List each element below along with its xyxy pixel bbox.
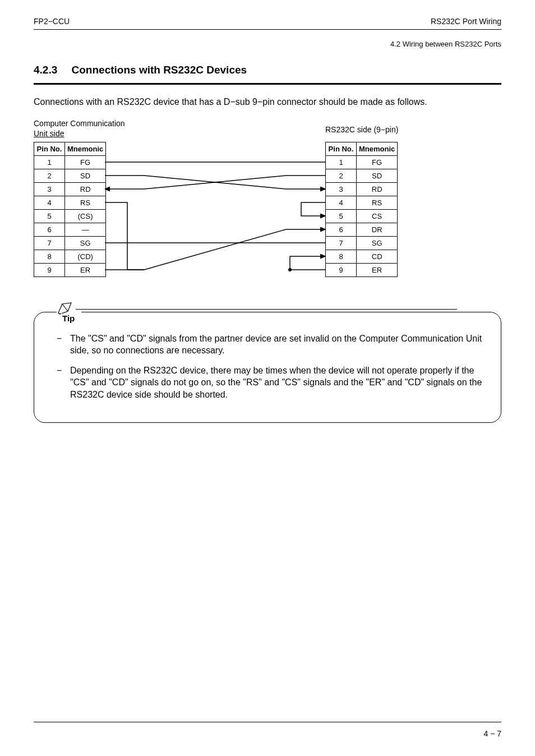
pin-cell: 3: [34, 182, 65, 196]
list-item: The "CS" and "CD" signals from the partn…: [57, 333, 484, 357]
pin-cell: 3: [326, 182, 357, 196]
table-row: 9ER: [326, 263, 398, 276]
pin-cell: 5: [34, 209, 65, 223]
diagram-caption-right: RS232C side (9−pin): [325, 125, 398, 134]
mnemonic-cell: CS: [357, 209, 398, 223]
table-row: 8CD: [326, 250, 398, 263]
mnemonic-cell: FG: [65, 155, 106, 169]
table-row: 2SD: [34, 169, 106, 182]
tip-section: Tip The "CS" and "CD" signals from the p…: [34, 312, 501, 423]
pin-cell: 4: [34, 196, 65, 209]
svg-point-2: [288, 268, 292, 271]
pin-cell: 6: [326, 223, 357, 236]
mnemonic-cell: ER: [357, 263, 398, 276]
header-pin: Pin No.: [326, 142, 357, 155]
mnemonic-cell: SD: [357, 169, 398, 182]
header-right: RS232C Port Wiring: [431, 17, 501, 26]
table-row: 1FG: [326, 155, 398, 169]
pin-cell: 4: [326, 196, 357, 209]
pin-cell: 7: [34, 236, 65, 250]
mnemonic-cell: DR: [357, 223, 398, 236]
table-row: 6—: [34, 223, 106, 236]
table-row: 3RD: [34, 182, 106, 196]
mnemonic-cell: RS: [357, 196, 398, 209]
table-row: 1FG: [34, 155, 106, 169]
wiring-diagram: Computer Communication Unit side RS232C …: [34, 118, 437, 284]
breadcrumb: 4.2 Wiring between RS232C Ports: [34, 40, 501, 48]
table-row: 6DR: [326, 223, 398, 236]
table-row: 4RS: [326, 196, 398, 209]
pin-cell: 6: [34, 223, 65, 236]
tip-list: The "CS" and "CD" signals from the partn…: [57, 333, 484, 401]
pin-cell: 8: [34, 250, 65, 263]
mnemonic-cell: SG: [65, 236, 106, 250]
mnemonic-cell: (CD): [65, 250, 106, 263]
wiring-lines: [105, 142, 325, 282]
mnemonic-cell: RD: [65, 182, 106, 196]
mnemonic-cell: FG: [357, 155, 398, 169]
tip-word: Tip: [61, 314, 76, 323]
table-row: 5(CS): [34, 209, 106, 223]
section-title: Connections with RS232C Devices: [72, 64, 247, 76]
intro-paragraph: Connections with an RS232C device that h…: [34, 96, 501, 108]
table-header-row: Pin No. Mnemonic: [326, 142, 398, 155]
caption-left-line1: Computer Communication: [34, 119, 125, 128]
table-row: 5CS: [326, 209, 398, 223]
page-number: 4 − 7: [483, 729, 501, 738]
footer-rule: [34, 722, 501, 722]
header-mnemonic: Mnemonic: [357, 142, 398, 155]
table-row: 8(CD): [34, 250, 106, 263]
mnemonic-cell: (CS): [65, 209, 106, 223]
list-item: Depending on the RS232C device, there ma…: [57, 365, 484, 401]
svg-line-4: [58, 313, 60, 314]
mnemonic-cell: CD: [357, 250, 398, 263]
table-row: 9ER: [34, 263, 106, 276]
pin-cell: 8: [326, 250, 357, 263]
pin-cell: 1: [34, 155, 65, 169]
pin-cell: 1: [326, 155, 357, 169]
page-header: FP2−CCU RS232C Port Wiring: [34, 17, 501, 30]
header-mnemonic: Mnemonic: [65, 142, 106, 155]
pin-cell: 9: [326, 263, 357, 276]
left-pin-table: Pin No. Mnemonic 1FG 2SD 3RD 4RS 5(CS) 6…: [34, 142, 106, 277]
table-row: 3RD: [326, 182, 398, 196]
table-row: 2SD: [326, 169, 398, 182]
table-row: 4RS: [34, 196, 106, 209]
pin-cell: 7: [326, 236, 357, 250]
right-pin-table: Pin No. Mnemonic 1FG 2SD 3RD 4RS 5CS 6DR…: [325, 142, 398, 277]
tip-box: Tip The "CS" and "CD" signals from the p…: [34, 312, 501, 423]
header-pin: Pin No.: [34, 142, 65, 155]
pin-cell: 2: [326, 169, 357, 182]
table-row: 7SG: [34, 236, 106, 250]
header-left: FP2−CCU: [34, 17, 70, 26]
tip-label: Tip: [57, 301, 77, 318]
table-row: 7SG: [326, 236, 398, 250]
section-number: 4.2.3: [34, 64, 57, 76]
mnemonic-cell: —: [65, 223, 106, 236]
mnemonic-cell: RD: [357, 182, 398, 196]
mnemonic-cell: SG: [357, 236, 398, 250]
mnemonic-cell: RS: [65, 196, 106, 209]
table-header-row: Pin No. Mnemonic: [34, 142, 106, 155]
mnemonic-cell: ER: [65, 263, 106, 276]
caption-left-line2: Unit side: [34, 129, 64, 138]
section-heading: 4.2.3 Connections with RS232C Devices: [34, 64, 501, 85]
mnemonic-cell: SD: [65, 169, 106, 182]
pin-cell: 5: [326, 209, 357, 223]
pin-cell: 2: [34, 169, 65, 182]
pin-cell: 9: [34, 263, 65, 276]
diagram-caption-left: Computer Communication Unit side: [34, 118, 125, 139]
